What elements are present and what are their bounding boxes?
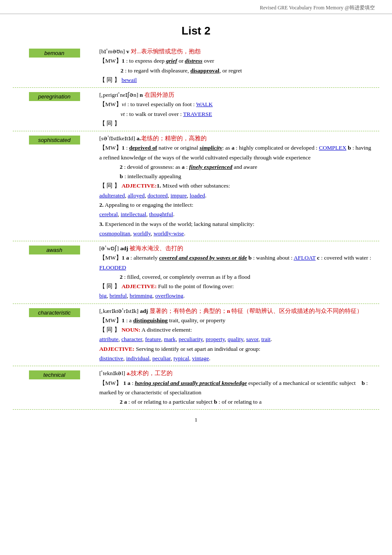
word-label: characteristic <box>29 308 80 317</box>
entry-awash: awash [əˈwɒʃ] adj 被海水淹没、击打的 【MW】1 a : al… <box>13 241 379 304</box>
link-worldly-wise[interactable]: worldly-wise <box>153 230 184 237</box>
word-label-cell: sophisticated <box>13 134 96 238</box>
link-thoughtful[interactable]: thoughtful <box>149 211 173 217</box>
word-label-cell: characteristic <box>13 306 96 364</box>
entry-peregrination: peregrination [ˌperigriˈneɪʃən] n 在国外游历 … <box>13 88 379 131</box>
link-quality[interactable]: quality <box>228 336 243 342</box>
link-peculiarity[interactable]: peculiarity <box>179 336 203 342</box>
definition-area: [ˌkærɪktəˈrɪstɪk] adj 显著的；有特色的；典型的；n 特征（… <box>96 306 379 364</box>
page-footer: 1 <box>0 410 392 428</box>
link-character[interactable]: character <box>121 336 142 342</box>
link-mark[interactable]: mark <box>164 336 176 342</box>
definition-area: [bɪˈməʊn] v 对...表示惋惜或悲伤，抱怨 【MW】1 : to ex… <box>96 47 379 85</box>
link-complex[interactable]: COMPLEX <box>319 145 346 151</box>
page-header: Revised GRE Vocabulary From Memory @韩进爱填… <box>0 0 392 14</box>
link-walk[interactable]: WALK <box>196 101 213 107</box>
link-intellectual[interactable]: intellectual <box>121 211 146 217</box>
link-vintage[interactable]: vintage <box>192 355 209 361</box>
link-afloat[interactable]: AFLOAT <box>294 254 316 261</box>
link-cosmopolitan[interactable]: cosmopolitan <box>99 230 130 237</box>
entry-characteristic: characteristic [ˌkærɪktəˈrɪstɪk] adj 显著的… <box>13 304 379 367</box>
word-label: technical <box>29 370 80 379</box>
link-brimming[interactable]: brimming <box>130 292 152 299</box>
link-worldly[interactable]: worldly <box>133 230 151 237</box>
link-bewail[interactable]: bewail <box>121 77 137 83</box>
link-trait[interactable]: trait <box>261 336 271 342</box>
word-label: bemoan <box>29 49 80 58</box>
link-impure[interactable]: impure <box>170 192 187 199</box>
definition-area: [ˌperigriˈneɪʃən] n 在国外游历 【MW】vi : to tr… <box>96 90 379 128</box>
definition-area: [səˈfɪstɪkeɪtɪd] a.老练的；精密的，高雅的 【MW】1 : d… <box>96 134 379 238</box>
link-peculiar[interactable]: peculiar <box>153 355 171 361</box>
link-individual[interactable]: individual <box>126 355 150 361</box>
word-label-cell: bemoan <box>13 47 96 85</box>
link-doctored[interactable]: doctored <box>147 192 167 199</box>
link-distinctive[interactable]: distinctive <box>99 355 123 361</box>
word-label-cell: peregrination <box>13 90 96 128</box>
link-cerebral[interactable]: cerebral <box>99 211 118 217</box>
entry-sophisticated: sophisticated [səˈfɪstɪkeɪtɪd] a.老练的；精密的… <box>13 131 379 241</box>
link-alloyed[interactable]: alloyed <box>128 192 145 199</box>
link-flooded[interactable]: FLOODED <box>99 264 126 271</box>
link-loaded[interactable]: loaded <box>190 192 205 199</box>
definition-area: [əˈwɒʃ] adj 被海水淹没、击打的 【MW】1 a : alternat… <box>96 244 379 301</box>
link-adulterated[interactable]: adulterated <box>99 192 125 199</box>
link-attribute[interactable]: attribute <box>99 336 118 342</box>
link-traverse[interactable]: TRAVERSE <box>183 111 212 117</box>
word-label: peregrination <box>29 92 80 101</box>
word-label: sophisticated <box>29 136 80 145</box>
word-label-cell: awash <box>13 244 96 301</box>
link-property[interactable]: property <box>206 336 225 342</box>
word-label: awash <box>29 246 80 254</box>
word-label-cell: technical <box>13 369 96 407</box>
entry-technical: technical [ˈteknɪkəl] a.技术的，工艺的 【MW】 1 a… <box>13 366 379 410</box>
link-brimful[interactable]: brimful <box>110 292 127 299</box>
link-feature[interactable]: feature <box>145 336 161 342</box>
entry-bemoan: bemoan [bɪˈməʊn] v 对...表示惋惜或悲伤，抱怨 【MW】1 … <box>13 44 379 88</box>
link-typical[interactable]: typical <box>173 355 189 361</box>
page-title: List 2 <box>13 24 379 38</box>
link-overflowing[interactable]: overflowing <box>155 292 183 299</box>
link-savor[interactable]: savor <box>246 336 259 342</box>
definition-area: [ˈteknɪkəl] a.技术的，工艺的 【MW】 1 a : having … <box>96 369 379 407</box>
link-big[interactable]: big <box>99 292 107 299</box>
